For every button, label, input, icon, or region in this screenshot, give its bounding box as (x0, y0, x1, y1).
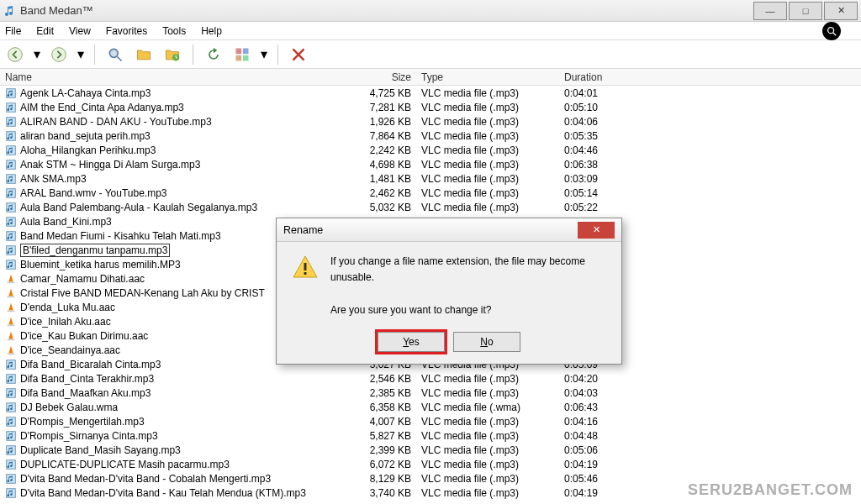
file-name: Duplicate Band_Masih Sayang.mp3 (20, 444, 181, 456)
file-type: VLC media file (.mp3) (416, 444, 559, 456)
file-size: 2,385 KB (353, 387, 416, 399)
col-size[interactable]: Size (353, 71, 416, 83)
file-row[interactable]: Agenk LA-Cahaya Cinta.mp34,725 KBVLC med… (0, 86, 861, 100)
vlc-cone-icon (5, 287, 17, 299)
file-row[interactable]: Duplicate Band_Masih Sayang.mp32,399 KBV… (0, 443, 861, 457)
file-size: 3,740 KB (353, 487, 416, 499)
toolbar: ▾ ▾ ▾ (0, 40, 861, 69)
file-type: VLC media file (.wma) (416, 402, 559, 413)
file-type: VLC media file (.mp3) (416, 487, 559, 499)
back-button[interactable] (5, 45, 25, 65)
history-icon[interactable] (162, 45, 182, 65)
file-size: 6,072 KB (353, 459, 416, 470)
vlc-cone-icon (5, 273, 17, 285)
music-file-icon (5, 373, 17, 385)
vlc-cone-icon (5, 344, 17, 356)
file-duration: 0:03:09 (559, 173, 660, 185)
col-type[interactable]: Type (416, 71, 559, 83)
col-duration[interactable]: Duration (559, 71, 660, 83)
file-name: Anak STM ~ Hingga Di Alam Surga.mp3 (20, 159, 200, 171)
file-row[interactable]: Difa Band_Maafkan Aku.mp32,385 KBVLC med… (0, 386, 861, 400)
file-name: aliran band_sejuta perih.mp3 (20, 130, 151, 142)
close-button[interactable] (824, 2, 858, 20)
music-file-icon (5, 130, 17, 142)
maximize-button[interactable] (789, 2, 822, 20)
menu-help[interactable]: Help (201, 25, 222, 37)
dialog-titlebar[interactable]: Rename ✕ (277, 218, 621, 242)
music-file-icon (5, 444, 17, 456)
file-row[interactable]: D'Rompis_Sirnanya Cinta.mp35,827 KBVLC m… (0, 428, 861, 443)
file-name: D'vita Band Medan-D'vita Band - Kau Tela… (20, 487, 306, 499)
dialog-close-button[interactable]: ✕ (578, 222, 615, 239)
music-file-icon (5, 102, 17, 113)
music-file-icon (5, 359, 17, 370)
file-duration: 0:06:43 (559, 402, 660, 413)
music-file-icon (5, 116, 17, 128)
svg-rect-28 (8, 339, 15, 340)
file-row[interactable]: ANk SMA.mp31,481 KBVLC media file (.mp3)… (0, 171, 861, 186)
menu-file[interactable]: File (5, 25, 21, 37)
file-size: 1,481 KB (353, 173, 416, 185)
svg-rect-8 (243, 48, 249, 54)
search-icon[interactable] (105, 45, 125, 65)
menu-tools[interactable]: Tools (162, 25, 186, 37)
file-row[interactable]: AIM the End_Cinta Apa Adanya.mp37,281 KB… (0, 100, 861, 114)
minimize-button[interactable] (753, 2, 787, 20)
file-duration: 0:05:35 (559, 130, 660, 142)
rename-dialog: Rename ✕ If you change a file name exten… (276, 218, 622, 365)
file-row[interactable]: DJ Bebek Galau.wma6,358 KBVLC media file… (0, 400, 861, 414)
file-name: D'Rompis_Sirnanya Cinta.mp3 (20, 430, 158, 442)
file-size: 1,926 KB (353, 116, 416, 128)
menu-edit[interactable]: Edit (36, 25, 54, 37)
file-type: VLC media file (.mp3) (416, 387, 559, 399)
file-duration: 0:06:38 (559, 159, 660, 171)
file-name: D'ice_Inilah Aku.aac (20, 316, 111, 328)
file-type: VLC media file (.mp3) (416, 459, 559, 470)
svg-line-5 (118, 56, 122, 60)
file-type: VLC media file (.mp3) (416, 187, 559, 199)
column-headers: Name Size Type Duration (0, 69, 861, 86)
menu-favorites[interactable]: Favorites (106, 25, 147, 37)
svg-rect-26 (8, 310, 15, 312)
file-size: 7,864 KB (353, 130, 416, 142)
file-name: D'ice_Kau Bukan Dirimu.aac (20, 330, 148, 342)
file-row[interactable]: aliran band_sejuta perih.mp37,864 KBVLC … (0, 129, 861, 143)
music-file-icon (5, 402, 17, 413)
col-name[interactable]: Name (0, 71, 353, 83)
file-type: VLC media file (.mp3) (416, 102, 559, 113)
file-row[interactable]: Aloha_Hilangkan Perihku.mp32,242 KBVLC m… (0, 143, 861, 157)
file-type: VLC media file (.mp3) (416, 202, 559, 213)
file-row[interactable]: Anak STM ~ Hingga Di Alam Surga.mp34,698… (0, 157, 861, 171)
file-name: Aula Band_Kini.mp3 (20, 216, 112, 228)
music-file-icon (5, 416, 17, 428)
file-name: DUPLICATE-DUPLICATE Masih pacarmu.mp3 (20, 459, 230, 470)
file-duration: 0:04:46 (559, 144, 660, 156)
file-size: 4,725 KB (353, 87, 416, 99)
folders-icon[interactable] (134, 45, 154, 65)
music-file-icon (5, 173, 17, 185)
no-button[interactable]: No (453, 332, 520, 352)
file-duration: 0:04:19 (559, 487, 660, 499)
search-orb-icon[interactable] (822, 22, 841, 40)
views-icon[interactable] (232, 45, 252, 65)
file-type: VLC media file (.mp3) (416, 373, 559, 385)
vlc-cone-icon (5, 330, 17, 342)
delete-icon[interactable] (288, 45, 309, 65)
file-type: VLC media file (.mp3) (416, 173, 559, 185)
app-icon (3, 4, 17, 18)
file-row[interactable]: Difa Band_Cinta Terakhir.mp32,546 KBVLC … (0, 371, 861, 386)
file-name: AIM the End_Cinta Apa Adanya.mp3 (20, 102, 184, 113)
forward-button[interactable] (49, 45, 69, 65)
file-row[interactable]: D'Rompis_Mengertilah.mp34,007 KBVLC medi… (0, 414, 861, 428)
file-row[interactable]: DUPLICATE-DUPLICATE Masih pacarmu.mp36,0… (0, 457, 861, 471)
rename-input[interactable]: B'filed_denganmu tanpamu.mp3 (20, 244, 170, 257)
file-row[interactable]: ALIRAN BAND - DAN AKU - YouTube.mp31,926… (0, 114, 861, 129)
yes-button[interactable]: Yes (378, 332, 445, 352)
refresh-icon[interactable] (203, 45, 224, 65)
file-type: VLC media file (.mp3) (416, 430, 559, 442)
file-type: VLC media file (.mp3) (416, 130, 559, 142)
file-row[interactable]: ARAL Band.wmv - YouTube.mp32,462 KBVLC m… (0, 186, 861, 200)
menu-view[interactable]: View (69, 25, 91, 37)
file-name: D'enda_Luka Mu.aac (20, 302, 115, 313)
file-row[interactable]: Aula Band Palembang-Aula - Kaulah Segala… (0, 200, 861, 214)
